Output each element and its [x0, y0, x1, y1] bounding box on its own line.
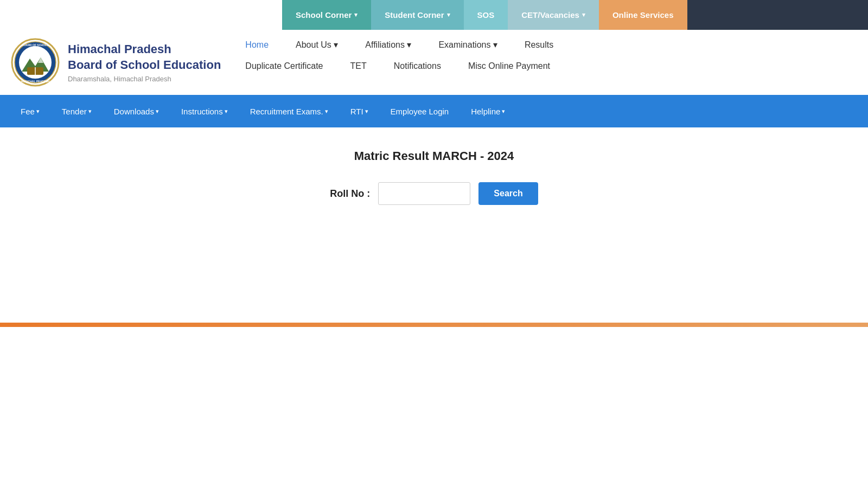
blue-nav-downloads[interactable]: Downloads▾: [104, 107, 169, 116]
org-name-line2: Board of School Education: [68, 57, 221, 73]
blue-nav-fee[interactable]: Fee▾: [11, 107, 49, 116]
org-name-line3: Dharamshala, Himachal Pradesh: [68, 75, 221, 83]
top-nav-cet[interactable]: CET/Vacancies ▾: [508, 0, 599, 30]
dropdown-arrow-icon: ▾: [225, 108, 228, 115]
top-nav-school-corner[interactable]: School Corner ▾: [282, 0, 371, 30]
sec-nav-examinations[interactable]: Examinations ▾: [425, 35, 511, 54]
main-content: Matric Result MARCH - 2024 Roll No : Sea…: [0, 127, 868, 279]
blue-nav-rti[interactable]: RTI▾: [341, 107, 378, 116]
blue-nav: Fee▾Tender▾Downloads▾Instructions▾Recrui…: [0, 95, 868, 127]
svg-text:BOARD OF SCHOOL: BOARD OF SCHOOL: [22, 43, 48, 47]
logo: BOARD OF SCHOOL HIMACHAL PRADESH: [11, 38, 60, 87]
top-nav-online-services[interactable]: Online Services: [599, 0, 687, 30]
search-button[interactable]: Search: [478, 182, 538, 205]
blue-nav-instructions[interactable]: Instructions▾: [171, 107, 238, 116]
blue-nav-tender[interactable]: Tender▾: [52, 107, 101, 116]
roll-no-form: Roll No : Search: [11, 182, 857, 205]
sec-nav-home[interactable]: Home: [232, 36, 282, 54]
blue-nav-employee-login[interactable]: Employee Login: [381, 107, 459, 116]
roll-no-label: Roll No :: [330, 188, 370, 200]
dropdown-arrow-icon: ▾: [582, 11, 585, 18]
dropdown-arrow-icon: ▾: [325, 108, 328, 115]
sec-nav-results[interactable]: Results: [511, 36, 567, 54]
dropdown-arrow-icon: ▾: [502, 108, 505, 115]
top-nav-sos[interactable]: SOS: [464, 0, 508, 30]
svg-text:HIMACHAL PRADESH: HIMACHAL PRADESH: [21, 80, 50, 83]
top-nav-student-corner[interactable]: Student Corner ▾: [371, 0, 463, 30]
sec-nav-misc-online-payment[interactable]: Misc Online Payment: [455, 57, 564, 75]
sec-nav-about-us[interactable]: About Us ▾: [282, 35, 352, 54]
dropdown-arrow-icon: ▾: [36, 108, 40, 115]
sec-nav-affiliations[interactable]: Affiliations ▾: [352, 35, 425, 54]
page-title: Matric Result MARCH - 2024: [11, 149, 857, 163]
blue-nav-recruitment-exams.[interactable]: Recruitment Exams.▾: [240, 107, 338, 116]
org-name: Himachal Pradesh Board of School Educati…: [68, 42, 221, 82]
roll-no-input[interactable]: [378, 182, 470, 205]
org-name-line1: Himachal Pradesh: [68, 42, 221, 57]
footer-bar: [0, 323, 868, 327]
blue-nav-helpline[interactable]: Helpline▾: [461, 107, 515, 116]
sec-nav-duplicate-certificate[interactable]: Duplicate Certificate: [232, 57, 336, 75]
dropdown-arrow-icon: ▾: [354, 11, 358, 18]
sec-nav-notifications[interactable]: Notifications: [380, 57, 455, 75]
dropdown-arrow-icon: ▾: [156, 108, 159, 115]
dropdown-arrow-icon: ▾: [88, 108, 92, 115]
dropdown-arrow-icon: ▾: [447, 11, 450, 18]
dropdown-arrow-icon: ▾: [365, 108, 368, 115]
sec-nav-tet[interactable]: TET: [337, 57, 380, 75]
